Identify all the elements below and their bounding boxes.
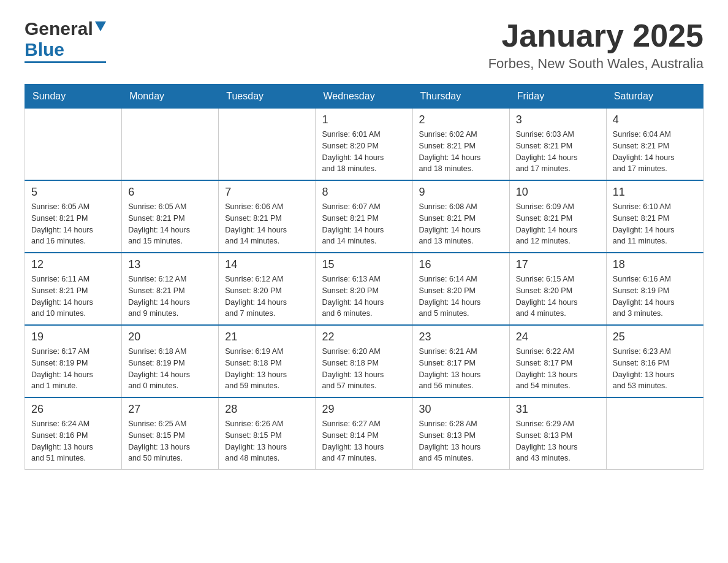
calendar-cell: 20Sunrise: 6:18 AM Sunset: 8:19 PM Dayli…	[122, 325, 219, 397]
day-info: Sunrise: 6:09 AM Sunset: 8:21 PM Dayligh…	[516, 201, 600, 247]
day-info: Sunrise: 6:22 AM Sunset: 8:17 PM Dayligh…	[516, 346, 600, 392]
calendar-cell: 29Sunrise: 6:27 AM Sunset: 8:14 PM Dayli…	[316, 397, 412, 470]
logo-blue: Blue	[25, 39, 64, 60]
title-section: January 2025 Forbes, New South Wales, Au…	[488, 18, 703, 72]
month-title: January 2025	[488, 18, 703, 53]
day-number: 8	[322, 186, 406, 199]
calendar-cell: 23Sunrise: 6:21 AM Sunset: 8:17 PM Dayli…	[412, 325, 509, 397]
calendar-cell: 8Sunrise: 6:07 AM Sunset: 8:21 PM Daylig…	[316, 180, 412, 253]
calendar-cell: 10Sunrise: 6:09 AM Sunset: 8:21 PM Dayli…	[509, 180, 606, 253]
calendar-week-row: 12Sunrise: 6:11 AM Sunset: 8:21 PM Dayli…	[25, 253, 703, 325]
calendar-day-header: Wednesday	[316, 85, 412, 109]
day-number: 24	[516, 331, 600, 343]
calendar-cell: 16Sunrise: 6:14 AM Sunset: 8:20 PM Dayli…	[412, 253, 509, 325]
day-number: 13	[128, 258, 212, 271]
day-info: Sunrise: 6:04 AM Sunset: 8:21 PM Dayligh…	[613, 129, 697, 175]
day-number: 3	[516, 113, 600, 126]
day-info: Sunrise: 6:14 AM Sunset: 8:20 PM Dayligh…	[419, 274, 503, 320]
calendar-cell: 18Sunrise: 6:16 AM Sunset: 8:19 PM Dayli…	[606, 253, 703, 325]
day-number: 20	[128, 331, 212, 343]
calendar-cell: 25Sunrise: 6:23 AM Sunset: 8:16 PM Dayli…	[606, 325, 703, 397]
day-info: Sunrise: 6:19 AM Sunset: 8:18 PM Dayligh…	[225, 346, 309, 392]
day-number: 15	[322, 258, 406, 271]
day-number: 23	[419, 331, 503, 343]
calendar-cell: 19Sunrise: 6:17 AM Sunset: 8:19 PM Dayli…	[25, 325, 122, 397]
calendar-cell: 28Sunrise: 6:26 AM Sunset: 8:15 PM Dayli…	[219, 397, 316, 470]
day-info: Sunrise: 6:11 AM Sunset: 8:21 PM Dayligh…	[31, 274, 115, 320]
calendar-cell: 17Sunrise: 6:15 AM Sunset: 8:20 PM Dayli…	[509, 253, 606, 325]
day-info: Sunrise: 6:23 AM Sunset: 8:16 PM Dayligh…	[613, 346, 697, 392]
calendar-week-row: 1Sunrise: 6:01 AM Sunset: 8:20 PM Daylig…	[25, 109, 703, 181]
calendar-cell: 1Sunrise: 6:01 AM Sunset: 8:20 PM Daylig…	[316, 109, 412, 181]
page-header: General Blue January 2025 Forbes, New So…	[25, 18, 703, 72]
day-info: Sunrise: 6:07 AM Sunset: 8:21 PM Dayligh…	[322, 201, 406, 247]
calendar-cell: 14Sunrise: 6:12 AM Sunset: 8:20 PM Dayli…	[219, 253, 316, 325]
calendar-cell: 4Sunrise: 6:04 AM Sunset: 8:21 PM Daylig…	[606, 109, 703, 181]
calendar-cell	[122, 109, 219, 181]
day-number: 9	[419, 186, 503, 199]
day-info: Sunrise: 6:29 AM Sunset: 8:13 PM Dayligh…	[516, 418, 600, 464]
day-number: 10	[516, 186, 600, 199]
day-number: 21	[225, 331, 309, 343]
calendar-cell: 21Sunrise: 6:19 AM Sunset: 8:18 PM Dayli…	[219, 325, 316, 397]
calendar-cell: 7Sunrise: 6:06 AM Sunset: 8:21 PM Daylig…	[219, 180, 316, 253]
day-number: 1	[322, 113, 406, 126]
calendar-day-header: Thursday	[412, 85, 509, 109]
calendar-table: SundayMondayTuesdayWednesdayThursdayFrid…	[25, 84, 703, 470]
calendar-day-header: Monday	[122, 85, 219, 109]
calendar-cell: 9Sunrise: 6:08 AM Sunset: 8:21 PM Daylig…	[412, 180, 509, 253]
day-number: 7	[225, 186, 309, 199]
day-info: Sunrise: 6:12 AM Sunset: 8:20 PM Dayligh…	[225, 274, 309, 320]
calendar-cell: 3Sunrise: 6:03 AM Sunset: 8:21 PM Daylig…	[509, 109, 606, 181]
day-info: Sunrise: 6:21 AM Sunset: 8:17 PM Dayligh…	[419, 346, 503, 392]
calendar-week-row: 26Sunrise: 6:24 AM Sunset: 8:16 PM Dayli…	[25, 397, 703, 470]
svg-marker-0	[95, 21, 106, 31]
day-number: 22	[322, 331, 406, 343]
day-info: Sunrise: 6:27 AM Sunset: 8:14 PM Dayligh…	[322, 418, 406, 464]
day-info: Sunrise: 6:17 AM Sunset: 8:19 PM Dayligh…	[31, 346, 115, 392]
day-number: 4	[613, 113, 697, 126]
day-info: Sunrise: 6:06 AM Sunset: 8:21 PM Dayligh…	[225, 201, 309, 247]
day-info: Sunrise: 6:25 AM Sunset: 8:15 PM Dayligh…	[128, 418, 212, 464]
day-info: Sunrise: 6:18 AM Sunset: 8:19 PM Dayligh…	[128, 346, 212, 392]
day-number: 16	[419, 258, 503, 271]
calendar-cell	[219, 109, 316, 181]
day-info: Sunrise: 6:01 AM Sunset: 8:20 PM Dayligh…	[322, 129, 406, 175]
calendar-cell: 6Sunrise: 6:05 AM Sunset: 8:21 PM Daylig…	[122, 180, 219, 253]
day-number: 25	[613, 331, 697, 343]
day-number: 11	[613, 186, 697, 199]
location: Forbes, New South Wales, Australia	[488, 56, 703, 72]
calendar-cell: 11Sunrise: 6:10 AM Sunset: 8:21 PM Dayli…	[606, 180, 703, 253]
day-info: Sunrise: 6:05 AM Sunset: 8:21 PM Dayligh…	[128, 201, 212, 247]
calendar-cell: 24Sunrise: 6:22 AM Sunset: 8:17 PM Dayli…	[509, 325, 606, 397]
day-info: Sunrise: 6:13 AM Sunset: 8:20 PM Dayligh…	[322, 274, 406, 320]
logo: General Blue	[25, 18, 106, 63]
calendar-day-header: Tuesday	[219, 85, 316, 109]
day-number: 6	[128, 186, 212, 199]
day-info: Sunrise: 6:12 AM Sunset: 8:21 PM Dayligh…	[128, 274, 212, 320]
logo-underline	[25, 61, 106, 63]
day-number: 26	[31, 403, 115, 416]
calendar-cell: 30Sunrise: 6:28 AM Sunset: 8:13 PM Dayli…	[412, 397, 509, 470]
calendar-cell: 12Sunrise: 6:11 AM Sunset: 8:21 PM Dayli…	[25, 253, 122, 325]
calendar-day-header: Saturday	[606, 85, 703, 109]
calendar-cell: 15Sunrise: 6:13 AM Sunset: 8:20 PM Dayli…	[316, 253, 412, 325]
day-info: Sunrise: 6:03 AM Sunset: 8:21 PM Dayligh…	[516, 129, 600, 175]
day-info: Sunrise: 6:20 AM Sunset: 8:18 PM Dayligh…	[322, 346, 406, 392]
day-number: 28	[225, 403, 309, 416]
day-number: 31	[516, 403, 600, 416]
day-info: Sunrise: 6:15 AM Sunset: 8:20 PM Dayligh…	[516, 274, 600, 320]
day-info: Sunrise: 6:10 AM Sunset: 8:21 PM Dayligh…	[613, 201, 697, 247]
logo-general: General	[25, 18, 93, 39]
day-info: Sunrise: 6:05 AM Sunset: 8:21 PM Dayligh…	[31, 201, 115, 247]
calendar-cell: 26Sunrise: 6:24 AM Sunset: 8:16 PM Dayli…	[25, 397, 122, 470]
day-info: Sunrise: 6:16 AM Sunset: 8:19 PM Dayligh…	[613, 274, 697, 320]
calendar-cell: 22Sunrise: 6:20 AM Sunset: 8:18 PM Dayli…	[316, 325, 412, 397]
calendar-cell	[25, 109, 122, 181]
calendar-cell: 2Sunrise: 6:02 AM Sunset: 8:21 PM Daylig…	[412, 109, 509, 181]
day-number: 29	[322, 403, 406, 416]
calendar-cell: 13Sunrise: 6:12 AM Sunset: 8:21 PM Dayli…	[122, 253, 219, 325]
day-info: Sunrise: 6:02 AM Sunset: 8:21 PM Dayligh…	[419, 129, 503, 175]
calendar-week-row: 19Sunrise: 6:17 AM Sunset: 8:19 PM Dayli…	[25, 325, 703, 397]
day-number: 30	[419, 403, 503, 416]
